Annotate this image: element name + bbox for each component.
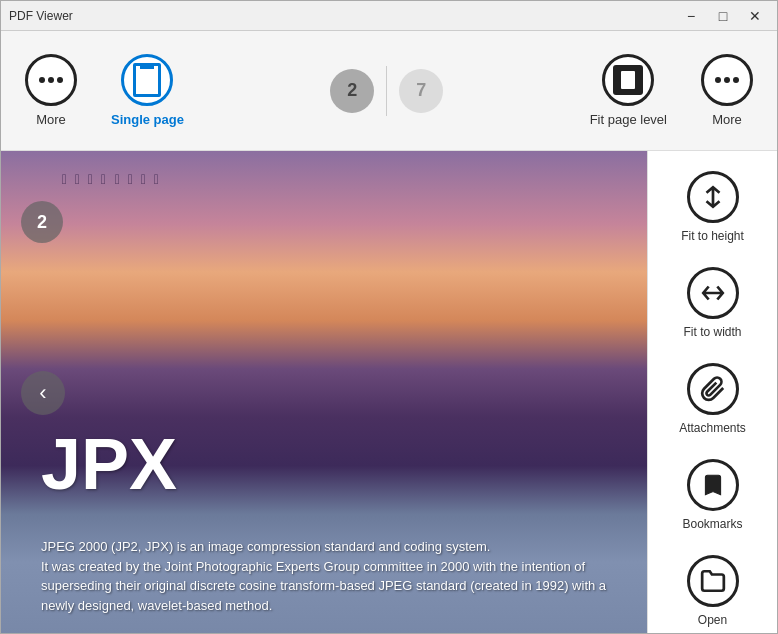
open-icon-circle (687, 555, 739, 607)
more-right-label: More (712, 112, 742, 127)
app-title: PDF Viewer (9, 9, 677, 23)
toolbar: More Single page 2 7 Fit page level More (1, 31, 777, 151)
bird-6: 𓅰 (127, 171, 132, 187)
maximize-button[interactable]: □ (709, 6, 737, 26)
bookmarks-label: Bookmarks (682, 517, 742, 531)
bird-5: 𓅱 (114, 171, 119, 187)
prev-page-arrow[interactable]: ‹ (21, 371, 65, 415)
bird-4: 𓅰 (100, 171, 105, 187)
birds-decoration: 𓅰 𓅰 𓅱 𓅰 𓅱 𓅰 𓅰 𓅱 (61, 171, 461, 187)
bird-1: 𓅰 (61, 171, 66, 187)
attachments-icon-circle (687, 363, 739, 415)
fit-height-button[interactable]: Fit to height (653, 161, 773, 253)
fit-width-icon (700, 280, 726, 306)
single-page-button[interactable]: Single page (101, 48, 194, 133)
bookmarks-icon (700, 472, 726, 498)
title-bar: PDF Viewer − □ ✕ (1, 1, 777, 31)
single-page-label: Single page (111, 112, 184, 127)
open-icon (700, 568, 726, 594)
minimize-button[interactable]: − (677, 6, 705, 26)
page-numbers: 2 7 (330, 66, 443, 116)
fit-width-icon-circle (687, 267, 739, 319)
fit-page-icon (613, 65, 643, 95)
fit-height-label: Fit to height (681, 229, 744, 243)
attachments-label: Attachments (679, 421, 746, 435)
beach-background: 𓅰 𓅰 𓅱 𓅰 𓅱 𓅰 𓅰 𓅱 2 ‹ JPX JPEG 2000 (JP2, … (1, 151, 647, 634)
bookmarks-icon-circle (687, 459, 739, 511)
open-button[interactable]: Open (653, 545, 773, 634)
page-divider (386, 66, 387, 116)
open-label: Open (698, 613, 727, 627)
more-right-button[interactable]: More (687, 48, 767, 133)
page-navigation: 2 7 (204, 66, 570, 116)
more-right-icon-circle (701, 54, 753, 106)
fit-height-icon (700, 184, 726, 210)
pdf-content-title: JPX (41, 423, 177, 505)
fit-page-button[interactable]: Fit page level (580, 48, 677, 133)
pdf-description: JPEG 2000 (JP2, JPX) is an image compres… (41, 537, 627, 615)
more-left-button[interactable]: More (11, 48, 91, 133)
fit-width-label: Fit to width (683, 325, 741, 339)
main-content: 𓅰 𓅰 𓅱 𓅰 𓅱 𓅰 𓅰 𓅱 2 ‹ JPX JPEG 2000 (JP2, … (1, 151, 777, 634)
right-sidebar: Fit to height Fit to width Attachments (647, 151, 777, 634)
bookmarks-button[interactable]: Bookmarks (653, 449, 773, 541)
bird-2: 𓅰 (74, 171, 79, 187)
fit-width-button[interactable]: Fit to width (653, 257, 773, 349)
current-page-button[interactable]: 2 (330, 69, 374, 113)
fit-page-icon-circle (602, 54, 654, 106)
attachments-button[interactable]: Attachments (653, 353, 773, 445)
dots-icon-right (715, 77, 739, 83)
more-left-label: More (36, 112, 66, 127)
more-left-icon-circle (25, 54, 77, 106)
bird-7: 𓅰 (140, 171, 145, 187)
bird-3: 𓅱 (87, 171, 92, 187)
page-icon (133, 63, 161, 97)
close-button[interactable]: ✕ (741, 6, 769, 26)
dots-icon-left (39, 77, 63, 83)
fit-height-icon-circle (687, 171, 739, 223)
window-controls: − □ ✕ (677, 6, 769, 26)
total-pages-button[interactable]: 7 (399, 69, 443, 113)
bird-8: 𓅱 (153, 171, 158, 187)
single-page-icon-circle (121, 54, 173, 106)
fit-page-label: Fit page level (590, 112, 667, 127)
description-text: JPEG 2000 (JP2, JPX) is an image compres… (41, 537, 627, 615)
pdf-area: 𓅰 𓅰 𓅱 𓅰 𓅱 𓅰 𓅰 𓅱 2 ‹ JPX JPEG 2000 (JP2, … (1, 151, 647, 634)
attachments-icon (700, 376, 726, 402)
page-badge: 2 (21, 201, 63, 243)
